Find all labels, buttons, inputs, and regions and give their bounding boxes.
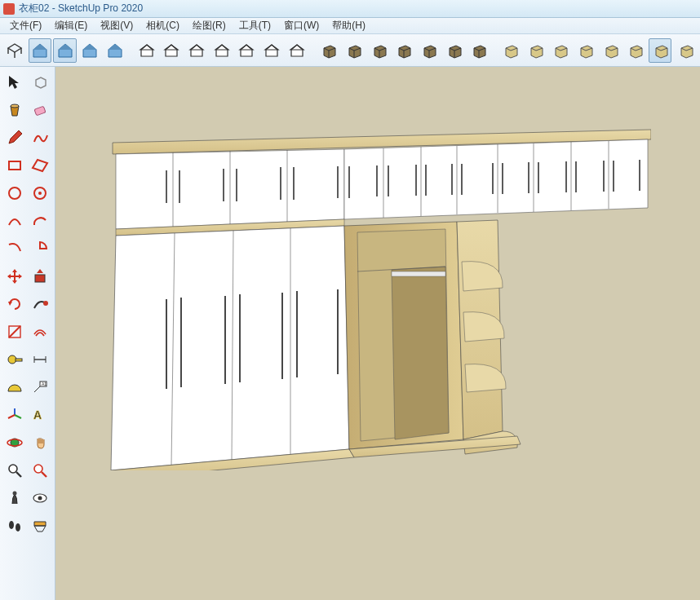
polygon-tool[interactable] [28,179,54,207]
style-2-button[interactable] [160,38,184,63]
menu-1[interactable]: 编辑(E) [48,17,94,34]
axes-tool[interactable] [2,401,28,429]
iso-view-button[interactable] [3,38,27,63]
solid-1-button[interactable] [498,38,522,63]
paint-tool[interactable] [2,96,28,124]
menu-0[interactable]: 文件(F) [3,17,48,34]
dimension-tool[interactable] [28,346,54,373]
box-4-button[interactable] [392,38,415,63]
style-7-button[interactable] [285,38,308,63]
component-4-button[interactable] [104,38,127,63]
eraser-tool[interactable] [28,96,54,124]
text-tool[interactable] [28,373,54,401]
solid-8-button[interactable] [673,38,697,63]
component-3-button[interactable] [78,38,102,63]
walk-tool[interactable] [2,512,28,540]
svg-marker-49 [357,229,449,441]
svg-marker-1 [116,149,344,229]
pan-tool[interactable] [28,429,54,457]
component-1-button[interactable] [29,38,52,63]
svg-marker-0 [113,130,651,154]
window-title: 衣柜02 - SketchUp Pro 2020 [19,2,143,15]
box-1-button[interactable] [317,38,340,63]
rectangle-tool[interactable] [2,152,28,179]
scale-tool[interactable] [2,318,28,346]
style-1-button[interactable] [135,38,158,63]
menu-7[interactable]: 帮助(H) [326,17,372,34]
3dtext-tool[interactable] [28,401,54,429]
offset-tool[interactable] [28,318,54,346]
menu-6[interactable]: 窗口(W) [277,17,326,34]
pie-tool[interactable] [28,235,54,262]
solid-4-button[interactable] [574,38,597,63]
top-toolbar [0,34,700,67]
lasso-tool[interactable] [28,68,54,96]
style-4-button[interactable] [210,38,233,63]
svg-marker-37 [111,226,349,470]
style-6-button[interactable] [260,38,284,63]
rotate-tool[interactable] [2,290,28,318]
svg-line-38 [171,233,175,465]
position-camera-tool[interactable] [2,484,28,512]
rotated-rect-tool[interactable] [28,152,54,179]
app-icon [3,3,15,15]
arc-tool[interactable] [2,207,28,235]
look-around-tool[interactable] [28,484,54,512]
svg-marker-48 [344,222,463,449]
menu-2[interactable]: 视图(V) [94,17,140,34]
solid-6-button[interactable] [623,38,647,63]
svg-line-39 [232,231,233,461]
3d-viewport[interactable] [55,67,700,600]
style-5-button[interactable] [235,38,259,63]
tape-tool[interactable] [2,346,28,373]
move-tool[interactable] [2,262,28,290]
svg-rect-52 [392,271,445,276]
solid-2-button[interactable] [523,38,547,63]
style-3-button[interactable] [185,38,209,63]
freehand-tool[interactable] [28,124,54,152]
arc3-tool[interactable] [2,235,28,262]
select-tool[interactable] [2,68,28,96]
menu-bar: 文件(F)编辑(E)视图(V)相机(C)绘图(R)工具(T)窗口(W)帮助(H) [0,18,700,34]
solid-5-button[interactable] [598,38,622,63]
svg-marker-55 [349,436,521,457]
wardrobe-model [96,128,651,470]
title-bar: 衣柜02 - SketchUp Pro 2020 [0,0,700,18]
arc2-tool[interactable] [28,207,54,235]
circle-tool[interactable] [2,179,28,207]
box-3-button[interactable] [366,38,390,63]
svg-line-51 [357,267,445,271]
menu-3[interactable]: 相机(C) [140,17,186,34]
box-5-button[interactable] [417,38,441,63]
box-7-button[interactable] [467,38,490,63]
svg-marker-36 [116,219,344,236]
pushpull-tool[interactable] [28,262,54,290]
box-6-button[interactable] [441,38,465,63]
solid-3-button[interactable] [548,38,572,63]
orbit-tool[interactable] [2,429,28,457]
solid-7-button[interactable] [649,38,672,63]
zoom-tool[interactable] [2,457,28,484]
component-2-button[interactable] [53,38,77,63]
box-2-button[interactable] [342,38,366,63]
svg-marker-50 [392,267,449,439]
section-tool[interactable] [28,512,54,540]
svg-marker-54 [108,449,354,470]
svg-marker-53 [457,220,503,439]
followme-tool[interactable] [28,290,54,318]
menu-4[interactable]: 绘图(R) [186,17,233,34]
svg-marker-5 [344,139,648,219]
protractor-tool[interactable] [2,373,28,401]
line-tool[interactable] [2,124,28,152]
zoom-window-tool[interactable] [28,457,54,484]
side-toolbar [0,67,55,600]
menu-5[interactable]: 工具(T) [233,17,277,34]
